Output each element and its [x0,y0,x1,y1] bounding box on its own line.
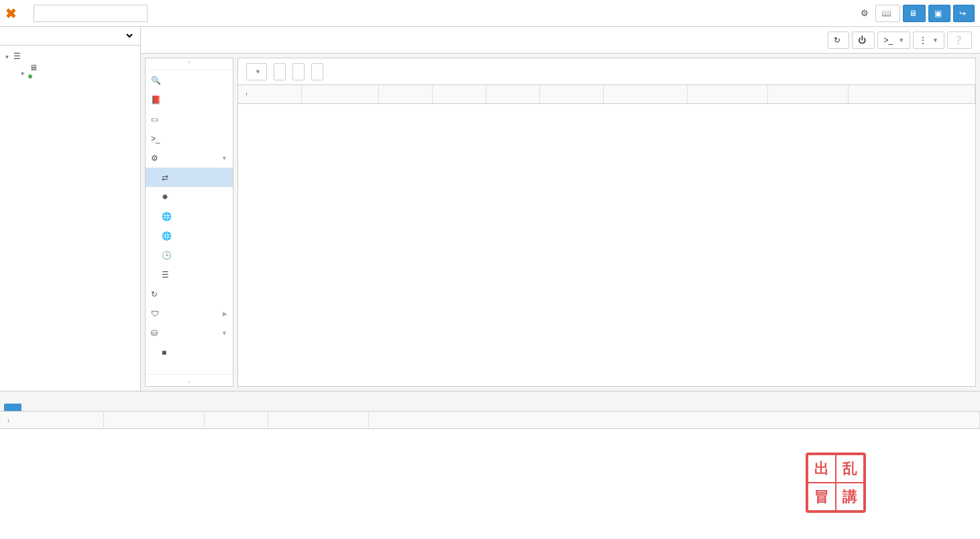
global-search-input[interactable] [34,5,148,22]
col-type[interactable] [302,85,379,103]
node-online-icon: 🖥 [30,63,40,82]
nav-scroll-up[interactable]: ⌃ [146,58,233,70]
sub-navigation: ⌃ 🔍 📕 ▭ >_ ⚙▼ ⇄ ✸ 🌐 🌐 🕒 ☰ ↻ 🛡▶ ⛁▼ ■ [145,58,233,387]
reload-icon: ↻ [834,36,840,45]
nav-lvm[interactable]: ■ [146,343,233,362]
network-grid-header: ↑ [238,85,975,104]
nav-syslog[interactable]: ☰ [146,265,233,284]
book-icon: 📕 [151,95,162,105]
tree-node-host[interactable]: ▸ 🖥 [0,64,140,80]
edit-button[interactable] [292,63,305,80]
tree-view-selector[interactable] [0,27,140,46]
logout-icon: ↪ [959,9,966,18]
globe-icon: 🌐 [162,212,172,221]
clock-icon: 🕒 [162,251,172,260]
log-col-desc[interactable] [369,412,980,428]
col-comment[interactable] [849,85,975,103]
cert-icon: ✸ [162,192,172,202]
note-icon: ▭ [151,115,162,124]
nav-scroll-down[interactable]: ⌄ [146,374,233,386]
logo-x-icon: ✖ [5,5,17,21]
col-name[interactable]: ↑ [238,85,302,103]
reboot-button[interactable]: ↻ [828,32,849,49]
chevron-down-icon: ▼ [932,37,938,44]
square-icon: ■ [162,348,172,357]
nav-cert[interactable]: ✸ [146,187,233,206]
power-icon: ⏻ [858,36,866,45]
create-vm-button[interactable]: 🖥 [903,5,926,22]
log-col-node[interactable] [205,412,268,428]
log-col-start[interactable]: ↓ [0,412,104,428]
chevron-down-icon: ▼ [898,37,904,44]
sort-asc-icon: ↑ [245,91,248,98]
gear-icon[interactable]: ⚙ [861,8,869,18]
proxmox-logo: ✖ [5,5,17,21]
nav-search[interactable]: 🔍 [146,70,233,90]
docs-button[interactable]: 📖 [875,5,900,22]
help-button[interactable]: ❔ [947,32,972,49]
delete-button[interactable] [311,63,323,80]
nav-time[interactable]: 🕒 [146,245,233,265]
shutdown-button[interactable]: ⏻ [852,32,875,49]
bulk-action-button[interactable]: ⋮ ▼ [913,32,944,49]
tree-collapse-icon[interactable]: ▾ [5,53,13,60]
server-icon: ☰ [13,52,24,61]
chevron-down-icon: ▼ [221,155,227,162]
content-header: ↻ ⏻ >_ ▼ ⋮ ▼ ❔ [141,27,980,54]
resource-tree-panel: ▾ ☰ ▸ 🖥 [0,27,141,391]
shell-dropdown-button[interactable]: >_ ▼ [877,32,910,49]
revert-button[interactable] [274,63,286,80]
logout-button[interactable]: ↪ [953,5,975,22]
tree-view-select[interactable] [5,30,135,42]
cube-icon: ▣ [934,9,942,18]
top-header: ✖ ⚙ 📖 🖥 ▣ ↪ [0,0,980,27]
col-ports[interactable] [540,85,604,103]
network-content-panel: ▼ ↑ [237,58,976,387]
nav-notes[interactable]: ▭ [146,109,233,129]
col-active[interactable] [379,85,433,103]
network-toolbar: ▼ [238,58,975,85]
nav-network[interactable]: ⇄ [146,168,233,187]
col-gw[interactable] [768,85,849,103]
disk-icon: ⛁ [151,328,162,338]
col-mask[interactable] [688,85,768,103]
refresh-icon: ↻ [151,290,162,299]
chevron-right-icon: ▶ [223,310,227,317]
tab-tasks[interactable] [4,404,21,411]
log-col-end[interactable] [104,412,205,428]
shield-icon: 🛡 [151,309,162,318]
list-icon: ⋮ [919,36,927,45]
list-icon: ☰ [162,270,172,280]
gears-icon: ⚙ [151,154,162,163]
monitor-icon: 🖥 [909,9,917,18]
help-icon: ❔ [953,36,963,45]
nav-disks[interactable]: ⛁▼ [146,323,233,343]
col-ip[interactable] [604,85,688,103]
globe-icon: 🌐 [162,231,172,241]
sort-desc-icon: ↓ [7,416,10,424]
log-tab-bar [0,392,980,412]
nav-firewall[interactable]: 🛡▶ [146,304,233,323]
nav-system[interactable]: ⚙▼ [146,148,233,168]
task-log-panel: ↓ 出乱冒講 [0,391,980,538]
col-vlan[interactable] [486,85,540,103]
chevron-down-icon: ▼ [221,330,227,337]
nav-updates[interactable]: ↻ [146,284,233,304]
terminal-icon: >_ [151,134,162,143]
terminal-icon: >_ [883,36,893,45]
create-network-button[interactable]: ▼ [246,63,267,80]
chevron-down-icon: ▼ [255,68,261,75]
book-icon: 📖 [881,9,891,18]
search-icon: 🔍 [151,76,162,85]
log-col-user[interactable] [268,412,369,428]
tree-node-datacenter[interactable]: ▾ ☰ [0,48,140,64]
nav-summary[interactable]: 📕 [146,90,233,109]
log-grid-header: ↓ [0,412,980,429]
tab-cluster-log[interactable] [21,404,39,411]
nav-hosts[interactable]: 🌐 [146,226,233,245]
col-autostart[interactable] [433,85,486,103]
nav-shell[interactable]: >_ [146,129,233,148]
nav-dns[interactable]: 🌐 [146,206,233,226]
network-icon: ⇄ [162,173,172,182]
create-ct-button[interactable]: ▣ [928,5,950,22]
